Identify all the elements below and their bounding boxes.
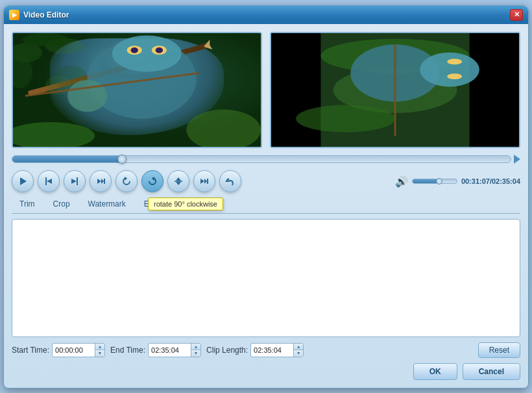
- time-display: 00:31:07/02:35:04: [461, 177, 520, 185]
- clip-length-input[interactable]: [251, 345, 293, 355]
- end-time-spinners: ▲ ▼: [191, 344, 200, 357]
- dialog-buttons: OK Cancel: [12, 363, 520, 380]
- start-time-label: Start Time:: [12, 346, 49, 355]
- svg-point-13: [67, 79, 107, 111]
- svg-point-16: [13, 121, 95, 147]
- svg-marker-31: [20, 177, 27, 185]
- end-time-up[interactable]: ▲: [191, 344, 200, 350]
- svg-rect-34: [77, 177, 78, 185]
- reset-button[interactable]: Reset: [478, 342, 520, 358]
- video-editor-window: ▶ Video Editor ✕: [3, 5, 529, 388]
- start-time-group: Start Time: ▲ ▼: [12, 343, 105, 357]
- svg-marker-42: [176, 177, 181, 181]
- svg-point-27: [447, 73, 462, 79]
- next-frame-button[interactable]: [90, 170, 112, 192]
- controls-row: rotate 90° clockwise 🔊 00:31:07/02:35:04: [12, 170, 520, 192]
- svg-point-17: [186, 109, 261, 147]
- rotate-ccw-button[interactable]: [115, 170, 138, 192]
- end-time-label: End Time:: [110, 346, 145, 355]
- clip-length-group: Clip Length: ▲ ▼: [206, 343, 304, 357]
- clip-length-up[interactable]: ▲: [294, 344, 303, 350]
- close-button[interactable]: ✕: [510, 9, 523, 21]
- svg-rect-32: [45, 177, 47, 185]
- bottom-controls: Start Time: ▲ ▼ End Time: ▲ ▼: [12, 342, 520, 358]
- seek-end-arrow[interactable]: [514, 155, 520, 164]
- svg-rect-46: [207, 179, 208, 184]
- svg-marker-37: [101, 179, 104, 184]
- cancel-button[interactable]: Cancel: [463, 363, 520, 380]
- volume-section: 🔊 00:31:07/02:35:04: [395, 175, 520, 188]
- svg-rect-20: [470, 33, 519, 147]
- svg-marker-33: [47, 179, 52, 184]
- play-button[interactable]: [12, 170, 34, 192]
- start-time-input[interactable]: [53, 345, 95, 355]
- video-preview-right: [271, 33, 519, 147]
- video-panel-right: [270, 32, 520, 149]
- volume-thumb[interactable]: [436, 178, 442, 184]
- ok-button[interactable]: OK: [413, 363, 457, 380]
- flip-vertical-button[interactable]: [167, 170, 189, 192]
- svg-rect-38: [104, 179, 105, 184]
- end-time-wrapper[interactable]: ▲ ▼: [148, 343, 201, 357]
- title-bar-left: ▶ Video Editor: [9, 10, 69, 20]
- window-content: rotate 90° clockwise 🔊 00:31:07/02:35:04…: [4, 24, 528, 388]
- svg-point-8: [112, 35, 182, 71]
- title-bar: ▶ Video Editor ✕: [4, 6, 528, 24]
- mark-in-button[interactable]: [38, 170, 60, 192]
- video-panel-left: [12, 32, 262, 149]
- mark-out-button[interactable]: [64, 170, 86, 192]
- clip-length-wrapper[interactable]: ▲ ▼: [250, 343, 304, 357]
- video-panels: [12, 32, 520, 149]
- window-title: Video Editor: [23, 10, 69, 19]
- tooltip: rotate 90° clockwise: [148, 197, 223, 210]
- svg-marker-39: [125, 177, 127, 181]
- tab-trim[interactable]: Trim: [12, 197, 43, 212]
- tab-watermark[interactable]: Watermark: [80, 197, 134, 212]
- seek-thumb[interactable]: [117, 155, 127, 164]
- start-time-down[interactable]: ▼: [95, 350, 104, 357]
- svg-marker-44: [200, 179, 204, 184]
- video-preview-left: [13, 33, 261, 147]
- clip-length-down[interactable]: ▼: [294, 350, 303, 357]
- undo-button[interactable]: [219, 170, 241, 192]
- start-time-up[interactable]: ▲: [95, 344, 104, 350]
- rotate-cw-button[interactable]: [141, 170, 163, 192]
- end-time-input[interactable]: [149, 345, 191, 355]
- tabs-row: Trim Crop Watermark Effect: [12, 197, 520, 214]
- end-time-down[interactable]: ▼: [191, 350, 200, 357]
- svg-point-26: [447, 58, 462, 64]
- svg-rect-19: [271, 33, 320, 147]
- svg-point-12: [156, 47, 163, 53]
- svg-point-30: [296, 105, 395, 132]
- clip-length-spinners: ▲ ▼: [293, 344, 303, 357]
- svg-point-11: [130, 47, 138, 53]
- volume-track[interactable]: [412, 179, 457, 184]
- svg-marker-35: [71, 179, 77, 184]
- volume-icon[interactable]: 🔊: [395, 175, 408, 188]
- svg-marker-36: [97, 179, 101, 184]
- start-time-wrapper[interactable]: ▲ ▼: [52, 343, 105, 357]
- svg-marker-45: [204, 179, 207, 184]
- svg-point-25: [420, 52, 479, 86]
- app-icon: ▶: [9, 10, 19, 20]
- start-time-spinners: ▲ ▼: [95, 344, 104, 357]
- tab-content-area: [12, 219, 520, 337]
- tab-crop[interactable]: Crop: [45, 197, 78, 212]
- svg-marker-40: [152, 177, 154, 181]
- seek-bar-fill: [12, 156, 122, 162]
- end-time-group: End Time: ▲ ▼: [110, 343, 201, 357]
- svg-marker-43: [176, 182, 181, 185]
- volume-fill: [413, 179, 439, 183]
- clip-length-label: Clip Length:: [206, 346, 248, 355]
- seek-bar-track[interactable]: [12, 155, 511, 163]
- skip-end-button[interactable]: [193, 170, 215, 192]
- seek-bar-container[interactable]: [12, 153, 520, 165]
